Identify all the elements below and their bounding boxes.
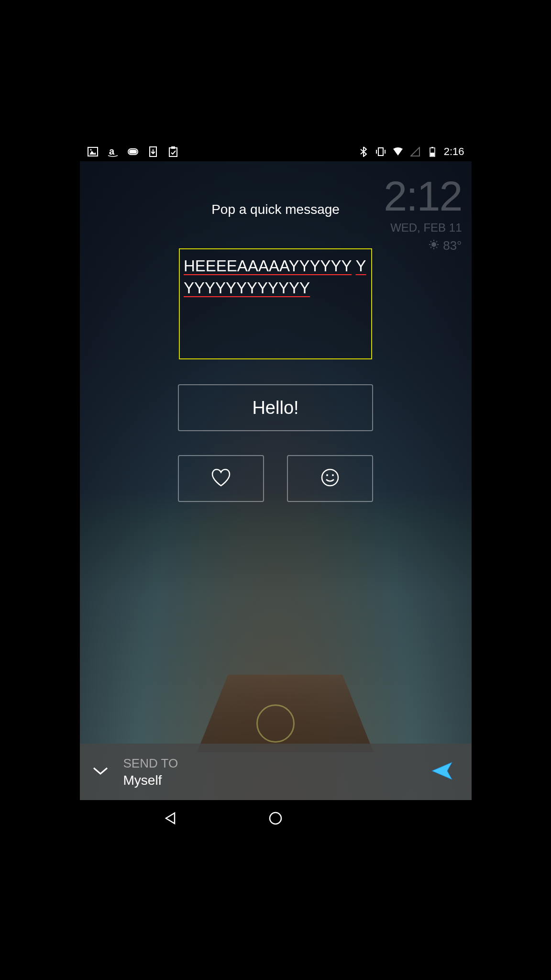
- status-left-icons: a: [87, 146, 179, 157]
- navigation-bar: [80, 800, 472, 838]
- svg-rect-5: [129, 150, 137, 154]
- status-time: 2:16: [444, 145, 464, 158]
- vibrate-icon: [375, 146, 386, 157]
- back-button[interactable]: [163, 811, 177, 827]
- status-bar: a: [80, 142, 472, 161]
- svg-rect-8: [171, 146, 175, 149]
- status-right-icons: 2:16: [358, 145, 464, 158]
- message-content: Pop a quick message HEEEEAAAAAYYYYYY YYY…: [80, 161, 472, 502]
- svg-point-26: [332, 474, 334, 476]
- message-text: HEEEEAAAAAYYYYYY YYYYYYYYYYYYY: [184, 255, 367, 299]
- gameloft-icon: [127, 146, 139, 157]
- send-recipient: Myself: [123, 773, 430, 788]
- svg-rect-14: [430, 153, 434, 156]
- send-recipient-info[interactable]: SEND TO Myself: [123, 756, 430, 788]
- wifi-icon: [392, 146, 404, 157]
- svg-point-2: [90, 149, 91, 150]
- svg-rect-0: [88, 147, 98, 156]
- hello-label: Hello!: [252, 398, 298, 418]
- svg-rect-9: [378, 148, 383, 156]
- svg-rect-13: [431, 147, 433, 148]
- page-title: Pop a quick message: [80, 202, 472, 217]
- gallery-icon: [87, 146, 99, 157]
- lock-ring[interactable]: [256, 704, 295, 743]
- hello-button[interactable]: Hello!: [178, 384, 373, 431]
- smiley-icon: [321, 468, 339, 489]
- message-line-1: HEEEEAAAAAYYYYYY: [184, 257, 352, 275]
- home-icon: [268, 819, 283, 827]
- signal-icon: [409, 146, 421, 157]
- svg-rect-7: [169, 148, 177, 156]
- back-icon: [163, 819, 177, 827]
- svg-point-25: [326, 474, 328, 476]
- heart-icon: [210, 468, 231, 489]
- send-to-label: SEND TO: [123, 756, 430, 771]
- amazon-icon: a: [107, 146, 119, 157]
- expand-button[interactable]: [92, 766, 109, 778]
- emoji-row: [178, 455, 373, 502]
- smiley-button[interactable]: [287, 455, 373, 502]
- send-bar: SEND TO Myself: [80, 744, 472, 800]
- battery-icon: [427, 146, 438, 157]
- svg-marker-1: [89, 151, 96, 155]
- heart-button[interactable]: [178, 455, 264, 502]
- message-input[interactable]: HEEEEAAAAAYYYYYY YYYYYYYYYYYYY: [179, 248, 372, 359]
- home-button[interactable]: [268, 811, 283, 827]
- svg-text:a: a: [109, 146, 115, 156]
- clipboard-icon: [167, 146, 179, 157]
- svg-point-24: [322, 469, 338, 486]
- main-screen: a: [80, 142, 472, 838]
- bluetooth-icon: [358, 146, 369, 157]
- chevron-down-icon: [92, 769, 109, 777]
- svg-point-27: [270, 813, 281, 824]
- download-icon: [147, 146, 159, 157]
- send-button[interactable]: [430, 759, 455, 784]
- send-icon: [430, 776, 455, 784]
